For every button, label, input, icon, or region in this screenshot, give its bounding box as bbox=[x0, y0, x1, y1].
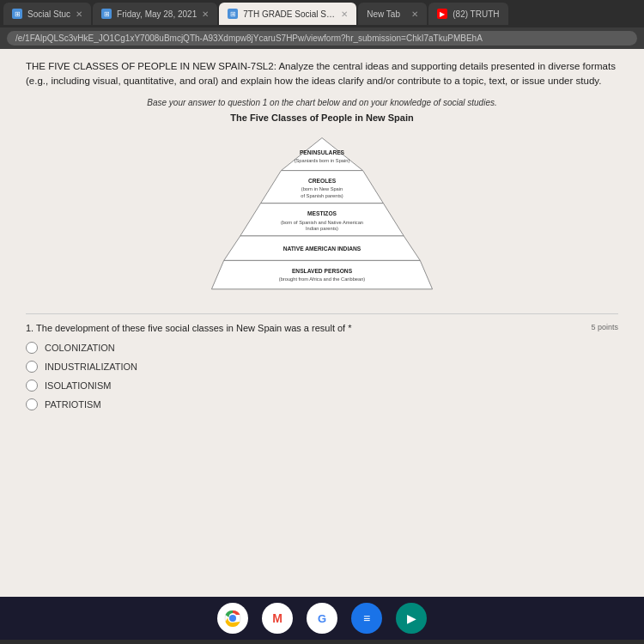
question-text-row: 1. The development of these five social … bbox=[26, 323, 618, 333]
question-header-text: THE FIVE CLASSES OF PEOPLE IN NEW SPAIN-… bbox=[26, 61, 616, 86]
meet-icon[interactable]: ▶ bbox=[396, 603, 427, 634]
browser-chrome: ⊞ Social Stuc ✕ ⊞ Friday, May 28, 2021 ✕… bbox=[0, 0, 644, 49]
taskbar: M G ≡ ▶ bbox=[0, 597, 644, 640]
question-body: The development of these five social cla… bbox=[36, 323, 351, 333]
points-label: 5 points bbox=[591, 323, 618, 331]
svg-text:(brought from Africa and the C: (brought from Africa and the Caribbean) bbox=[279, 276, 366, 282]
tab-icon-2: ⊞ bbox=[101, 9, 112, 19]
question-text-content: 1. The development of these five social … bbox=[26, 323, 352, 333]
tab-bar: ⊞ Social Stuc ✕ ⊞ Friday, May 28, 2021 ✕… bbox=[0, 0, 644, 27]
option-industrialization[interactable]: INDUSTRIALIZATION bbox=[26, 361, 618, 373]
svg-text:Indian parents): Indian parents) bbox=[306, 226, 338, 231]
url-input[interactable]: /e/1FAlpQLSc3vHkE_JO1Cg1xY7008uBmcjQTh-A… bbox=[7, 31, 637, 46]
chart-title: The Five Classes of People in New Spain bbox=[26, 112, 618, 123]
svg-text:NATIVE AMERICAN INDIANS: NATIVE AMERICAN INDIANS bbox=[283, 245, 361, 251]
tab-close-1[interactable]: ✕ bbox=[76, 9, 82, 19]
docs-icon[interactable]: ≡ bbox=[351, 603, 382, 634]
tab-label-5: (82) TRUTH bbox=[453, 9, 499, 19]
tab-social-stuc-1[interactable]: ⊞ Social Stuc ✕ bbox=[3, 3, 91, 25]
tab-icon-5: ▶ bbox=[437, 9, 447, 19]
question-number: 1. bbox=[26, 323, 33, 333]
pyramid-svg: PENINSULARES (Spaniards born in Spain) C… bbox=[185, 130, 459, 301]
svg-marker-13 bbox=[211, 260, 432, 289]
svg-text:PENINSULARES: PENINSULARES bbox=[300, 149, 345, 155]
svg-text:ENSLAVED PERSONS: ENSLAVED PERSONS bbox=[292, 267, 353, 273]
radio-isolationism[interactable] bbox=[26, 380, 38, 392]
svg-text:(Spaniards born in Spain): (Spaniards born in Spain) bbox=[295, 158, 350, 163]
google-icon[interactable]: G bbox=[307, 603, 337, 634]
chrome-icon[interactable] bbox=[217, 603, 248, 634]
svg-text:of Spanish parents): of Spanish parents) bbox=[301, 193, 343, 198]
svg-text:G: G bbox=[318, 612, 326, 625]
tab-close-3[interactable]: ✕ bbox=[341, 9, 348, 19]
tab-label-1: Social Stuc bbox=[27, 9, 70, 19]
tab-icon-1: ⊞ bbox=[12, 9, 22, 19]
tab-label-3: 7TH GRADE Social Stuc bbox=[243, 9, 336, 19]
svg-text:(born in New Spain: (born in New Spain bbox=[301, 186, 343, 191]
tab-new-tab[interactable]: New Tab ✕ bbox=[358, 3, 427, 25]
tab-label-4: New Tab bbox=[367, 9, 400, 19]
option-colonization[interactable]: COLONIZATION bbox=[26, 342, 618, 354]
options-list: COLONIZATION INDUSTRIALIZATION ISOLATION… bbox=[26, 342, 618, 410]
tab-close-2[interactable]: ✕ bbox=[202, 9, 209, 19]
option-colonization-label: COLONIZATION bbox=[45, 343, 115, 353]
tab-label-2: Friday, May 28, 2021 bbox=[117, 9, 197, 19]
radio-colonization[interactable] bbox=[26, 342, 38, 354]
svg-point-17 bbox=[229, 615, 236, 622]
radio-industrialization[interactable] bbox=[26, 361, 38, 373]
tab-icon-3: ⊞ bbox=[228, 9, 238, 19]
gmail-icon[interactable]: M bbox=[262, 603, 293, 634]
tab-youtube[interactable]: ▶ (82) TRUTH bbox=[428, 3, 507, 25]
option-patriotism[interactable]: PATRIOTISM bbox=[26, 398, 618, 410]
option-isolationism-label: ISOLATIONISM bbox=[45, 380, 111, 391]
option-isolationism[interactable]: ISOLATIONISM bbox=[26, 380, 618, 392]
svg-text:CREOLES: CREOLES bbox=[308, 177, 337, 183]
option-patriotism-label: PATRIOTISM bbox=[45, 399, 101, 410]
page-content: THE FIVE CLASSES OF PEOPLE IN NEW SPAIN-… bbox=[0, 49, 644, 597]
tab-close-4[interactable]: ✕ bbox=[411, 9, 418, 19]
question-header: THE FIVE CLASSES OF PEOPLE IN NEW SPAIN-… bbox=[26, 59, 618, 89]
tab-friday[interactable]: ⊞ Friday, May 28, 2021 ✕ bbox=[93, 3, 217, 25]
radio-patriotism[interactable] bbox=[26, 398, 38, 410]
svg-text:(born of Spanish and Native Am: (born of Spanish and Native American bbox=[281, 219, 363, 224]
option-industrialization-label: INDUSTRIALIZATION bbox=[45, 361, 137, 372]
tab-7th-grade[interactable]: ⊞ 7TH GRADE Social Stuc ✕ bbox=[219, 3, 356, 25]
svg-text:MESTIZOS: MESTIZOS bbox=[307, 210, 337, 216]
address-bar: /e/1FAlpQLSc3vHkE_JO1Cg1xY7008uBmcjQTh-A… bbox=[0, 27, 644, 49]
pyramid-container: PENINSULARES (Spaniards born in Spain) C… bbox=[26, 130, 618, 301]
chart-instruction: Base your answer to question 1 on the ch… bbox=[26, 98, 618, 107]
question-section: 1. The development of these five social … bbox=[26, 313, 618, 410]
